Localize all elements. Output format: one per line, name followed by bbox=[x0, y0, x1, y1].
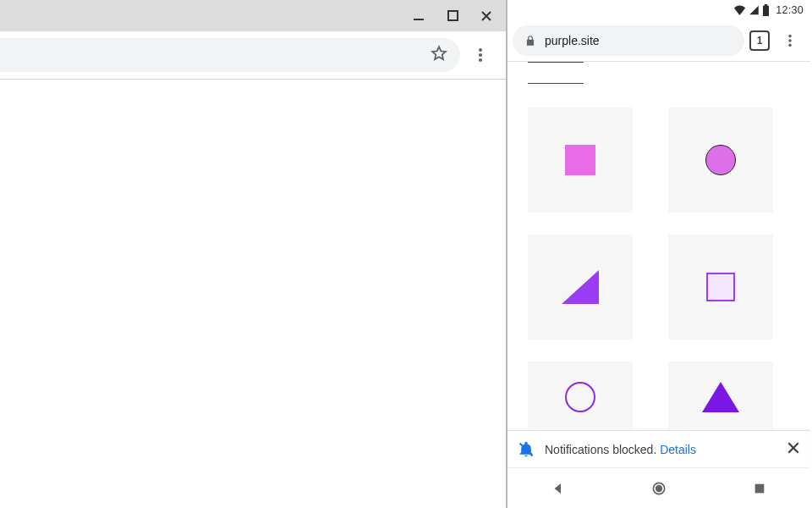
tile-circle-outline[interactable] bbox=[528, 362, 633, 429]
window-titlebar bbox=[0, 0, 506, 31]
tabs-button[interactable]: 1 bbox=[749, 30, 770, 51]
maximize-icon bbox=[447, 10, 458, 21]
tile-pink-square[interactable] bbox=[528, 108, 633, 213]
maximize-button[interactable] bbox=[436, 3, 469, 29]
desktop-menu-button[interactable] bbox=[460, 38, 501, 72]
purple-triangle-icon bbox=[562, 270, 599, 304]
mobile-url-bar[interactable]: purple.site bbox=[513, 25, 744, 56]
kebab-icon bbox=[472, 47, 489, 64]
mobile-menu-button[interactable] bbox=[775, 25, 805, 56]
purple-circle-outline-icon bbox=[565, 382, 595, 412]
mobile-url-text: purple.site bbox=[545, 34, 600, 47]
desktop-toolbar-divider bbox=[0, 79, 506, 80]
desktop-toolbar bbox=[0, 31, 506, 79]
bell-off-icon bbox=[518, 441, 535, 458]
wifi-icon bbox=[733, 5, 746, 15]
nav-back-icon bbox=[551, 481, 566, 496]
purple-square-outline-icon bbox=[706, 273, 735, 301]
notifications-infobar: Notifications blocked. Details bbox=[508, 430, 810, 467]
close-icon bbox=[480, 10, 492, 22]
tile-square-outline[interactable] bbox=[668, 235, 773, 340]
battery-icon bbox=[762, 4, 770, 16]
close-window-button[interactable] bbox=[470, 3, 502, 29]
bookmark-star-button[interactable] bbox=[430, 44, 448, 66]
android-statusbar: 12:30 bbox=[508, 0, 810, 20]
android-navbar bbox=[508, 467, 810, 508]
pink-square-icon bbox=[565, 145, 595, 175]
nav-recents-button[interactable] bbox=[739, 468, 780, 509]
lock-icon bbox=[524, 35, 536, 47]
svg-point-3 bbox=[479, 53, 482, 57]
mobile-toolbar: purple.site 1 bbox=[508, 20, 810, 61]
nav-home-button[interactable] bbox=[639, 468, 679, 509]
svg-rect-1 bbox=[448, 11, 458, 20]
svg-point-6 bbox=[788, 39, 792, 42]
status-clock: 12:30 bbox=[776, 4, 804, 16]
tile-pink-circle[interactable] bbox=[668, 108, 773, 213]
mobile-device: 12:30 purple.site 1 Notifications bloc bbox=[506, 0, 810, 508]
svg-point-7 bbox=[788, 44, 792, 47]
svg-rect-10 bbox=[755, 483, 765, 493]
infobar-text: Notifications blocked. Details bbox=[545, 443, 696, 456]
svg-point-4 bbox=[479, 58, 482, 62]
nav-back-button[interactable] bbox=[538, 468, 579, 509]
purple-triangle-up-icon bbox=[702, 382, 739, 412]
nav-recents-icon bbox=[753, 482, 766, 495]
svg-point-2 bbox=[479, 48, 482, 52]
svg-rect-0 bbox=[414, 19, 424, 20]
minimize-icon bbox=[413, 10, 425, 22]
infobar-details-link[interactable]: Details bbox=[660, 443, 696, 456]
cellular-icon bbox=[749, 5, 760, 15]
omnibox[interactable] bbox=[0, 38, 460, 72]
svg-point-5 bbox=[788, 35, 792, 38]
desktop-chrome-window bbox=[0, 0, 508, 508]
content-underline-2 bbox=[528, 83, 584, 84]
infobar-close-button[interactable] bbox=[787, 441, 800, 457]
tile-triangle-solid[interactable] bbox=[668, 362, 773, 429]
star-icon bbox=[430, 44, 448, 63]
shape-grid-row3 bbox=[528, 362, 790, 429]
svg-point-9 bbox=[656, 484, 662, 491]
tile-purple-triangle[interactable] bbox=[528, 235, 633, 340]
minimize-button[interactable] bbox=[403, 3, 435, 29]
pink-circle-icon bbox=[705, 145, 736, 175]
nav-home-icon bbox=[650, 480, 667, 497]
kebab-icon bbox=[782, 33, 798, 48]
content-underline-1 bbox=[528, 62, 584, 63]
shape-grid bbox=[528, 108, 790, 340]
close-icon bbox=[787, 441, 800, 455]
tabs-count: 1 bbox=[757, 35, 763, 47]
